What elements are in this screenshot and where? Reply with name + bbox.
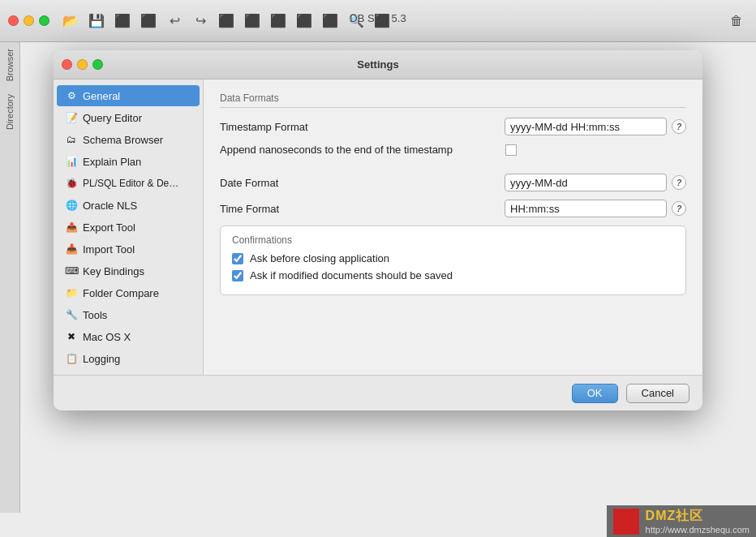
date-format-input-wrap: ? (505, 174, 686, 191)
confirm2-checkbox[interactable] (232, 270, 243, 281)
explain-plan-icon: 📊 (65, 155, 78, 168)
sidebar-item-logging[interactable]: 📋 Logging (57, 348, 200, 369)
sidebar-item-label-tools: Tools (83, 309, 107, 321)
timestamp-format-input[interactable] (505, 118, 667, 135)
sidebar-item-export-tool[interactable]: 📤 Export Tool (57, 217, 200, 238)
mac-os-x-icon: ✖ (65, 330, 78, 343)
sidebar-item-general[interactable]: ⚙ General (57, 85, 200, 106)
schema-browser-icon: 🗂 (65, 133, 78, 146)
watermark: DMZ社区 http://www.dmzshequ.com (607, 505, 756, 537)
sidebar-item-import-tool[interactable]: 📥 Import Tool (57, 238, 200, 260)
confirm1-checkbox[interactable] (232, 253, 243, 264)
export-tool-icon: 📤 (65, 221, 78, 234)
dialog-win-controls (62, 59, 103, 70)
confirm2-row: Ask if modified documents should be save… (232, 269, 674, 281)
sidebar-item-key-bindings[interactable]: ⌨ Key Bindings (57, 260, 200, 281)
logging-icon: 📋 (65, 352, 78, 365)
window-controls (8, 15, 49, 26)
timestamp-format-label: Timestamp Format (220, 121, 505, 133)
ok-button[interactable]: OK (572, 384, 618, 403)
sidebar-item-label-mac-os-x: Mac OS X (83, 331, 131, 343)
close-button[interactable] (8, 15, 19, 26)
folder-compare-icon: 📁 (65, 286, 78, 299)
main-window: 📂 💾 ⬛ ⬛ ↩ ↪ ⬛ ⬛ ⬛ ⬛ ⬛ 🔍 ⬛ DB Solo 5.3 🗑 … (0, 0, 756, 537)
sidebar-item-label-logging: Logging (83, 353, 120, 365)
toolbar-icon-3[interactable]: ⬛ (111, 10, 134, 32)
key-bindings-icon: ⌨ (65, 264, 78, 277)
watermark-url: http://www.dmzshequ.com (646, 525, 750, 535)
dialog-min-button[interactable] (77, 59, 88, 70)
oracle-nls-icon: 🌐 (65, 199, 78, 212)
data-formats-title: Data Formats (220, 92, 686, 108)
sidebar-item-label-import-tool: Import Tool (83, 243, 135, 256)
nanoseconds-checkbox[interactable] (505, 144, 517, 156)
sidebar-item-folder-compare[interactable]: 📁 Folder Compare (57, 282, 200, 303)
toolbar-icon-8[interactable]: ⬛ (241, 10, 264, 32)
timestamp-help-icon[interactable]: ? (672, 119, 686, 134)
watermark-info: DMZ社区 http://www.dmzshequ.com (646, 508, 750, 535)
watermark-text: DMZ社区 (646, 509, 704, 522)
confirm2-label: Ask if modified documents should be save… (250, 269, 453, 281)
settings-sidebar: ⚙ General 📝 Query Editor 🗂 Schema Browse… (54, 79, 204, 375)
toolbar-icon-11[interactable]: ⬛ (319, 10, 341, 32)
toolbar-undo-icon[interactable]: ↩ (163, 10, 186, 32)
timestamp-format-row: Timestamp Format ? (220, 118, 686, 135)
time-format-input-wrap: ? (505, 200, 686, 217)
nanoseconds-row: Append nanoseconds to the end of the tim… (220, 144, 686, 156)
toolbar-save-icon[interactable]: 💾 (85, 10, 108, 32)
dialog-body: ⚙ General 📝 Query Editor 🗂 Schema Browse… (54, 79, 702, 375)
sidebar-item-label-export-tool: Export Tool (83, 221, 135, 234)
time-format-help-icon[interactable]: ? (672, 201, 686, 216)
plsql-editor-icon: 🐞 (65, 177, 78, 190)
toolbar-trash-icon[interactable]: 🗑 (725, 10, 748, 32)
sidebar-item-label-query-editor: Query Editor (83, 112, 142, 124)
sidebar-item-schema-browser[interactable]: 🗂 Schema Browser (57, 129, 200, 150)
cancel-button[interactable]: Cancel (626, 384, 689, 403)
date-format-input[interactable] (505, 174, 667, 191)
dialog-max-button[interactable] (92, 59, 103, 70)
toolbar-open-icon[interactable]: 📂 (59, 10, 82, 32)
toolbar-icon-4[interactable]: ⬛ (137, 10, 160, 32)
date-format-row: Date Format ? (220, 174, 686, 191)
sidebar-item-oracle-nls[interactable]: 🌐 Oracle NLS (57, 195, 200, 216)
toolbar: 📂 💾 ⬛ ⬛ ↩ ↪ ⬛ ⬛ ⬛ ⬛ ⬛ 🔍 ⬛ DB Solo 5.3 🗑 (0, 0, 756, 42)
sidebar-item-label-general: General (83, 90, 120, 102)
confirmations-title: Confirmations (232, 234, 674, 246)
sidebar-item-label-explain-plan: Explain Plan (83, 156, 141, 168)
sidebar-item-label-plsql-editor: PL/SQL Editor & Debugge... (83, 178, 180, 189)
confirm1-label: Ask before closing application (250, 252, 389, 264)
sidebar-item-label-folder-compare: Folder Compare (83, 287, 159, 299)
sidebar-item-label-oracle-nls: Oracle NLS (83, 200, 137, 212)
sidebar-item-mac-os-x[interactable]: ✖ Mac OS X (57, 326, 200, 347)
time-format-input[interactable] (505, 200, 667, 217)
sidebar-item-explain-plan[interactable]: 📊 Explain Plan (57, 151, 200, 172)
sidebar-item-label-key-bindings: Key Bindings (83, 265, 144, 277)
settings-content: Data Formats Timestamp Format ? Append n… (204, 79, 702, 375)
confirm1-row: Ask before closing application (232, 252, 674, 264)
toolbar-icon-9[interactable]: ⬛ (267, 10, 290, 32)
confirmations-box: Confirmations Ask before closing applica… (220, 226, 686, 295)
toolbar-icon-7[interactable]: ⬛ (215, 10, 238, 32)
timestamp-format-input-wrap: ? (505, 118, 686, 135)
sidebar-item-label-schema-browser: Schema Browser (83, 134, 163, 146)
dialog-titlebar: Settings (54, 50, 702, 79)
dialog-title: Settings (357, 58, 398, 71)
import-tool-icon: 📥 (65, 243, 78, 256)
app-title: DB Solo 5.3 (350, 12, 406, 24)
sidebar-item-plsql-editor[interactable]: 🐞 PL/SQL Editor & Debugge... (57, 173, 200, 194)
time-format-label: Time Format (220, 203, 505, 215)
nanoseconds-label: Append nanoseconds to the end of the tim… (220, 144, 505, 156)
maximize-button[interactable] (39, 15, 49, 26)
sidebar-item-tools[interactable]: 🔧 Tools (57, 304, 200, 325)
date-format-help-icon[interactable]: ? (672, 175, 686, 190)
date-format-label: Date Format (220, 177, 505, 189)
sidebar-item-query-editor[interactable]: 📝 Query Editor (57, 107, 200, 128)
general-icon: ⚙ (65, 89, 78, 102)
minimize-button[interactable] (24, 15, 34, 26)
time-format-row: Time Format ? (220, 200, 686, 217)
query-editor-icon: 📝 (65, 111, 78, 124)
dialog-close-button[interactable] (62, 59, 72, 70)
settings-dialog: Settings ⚙ General 📝 Query Editor 🗂 (54, 50, 702, 410)
toolbar-redo-icon[interactable]: ↪ (189, 10, 212, 32)
toolbar-icon-10[interactable]: ⬛ (293, 10, 316, 32)
